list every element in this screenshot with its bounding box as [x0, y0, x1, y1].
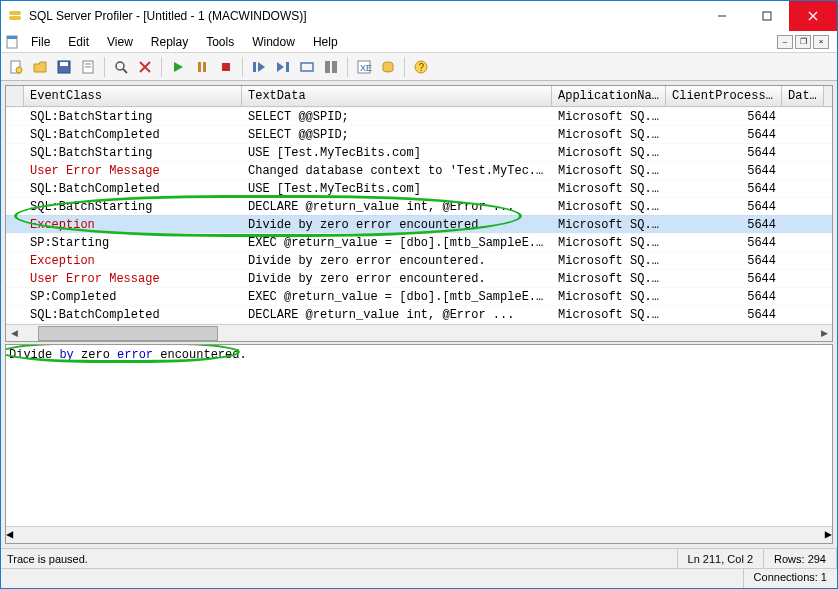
table-row[interactable]: User Error MessageDivide by zero error e…: [6, 269, 832, 287]
help-button[interactable]: ?: [410, 56, 432, 78]
cell-eventclass: Exception: [24, 218, 242, 232]
cell-appname: Microsoft SQ...: [552, 200, 666, 214]
extract-events-button[interactable]: XE: [353, 56, 375, 78]
svg-rect-3: [763, 12, 771, 20]
maximize-button[interactable]: [744, 1, 789, 31]
table-row[interactable]: ExceptionDivide by zero error encountere…: [6, 251, 832, 269]
svg-point-9: [16, 67, 22, 73]
table-row[interactable]: SP:CompletedEXEC @return_value = [dbo].[…: [6, 287, 832, 305]
minimize-button[interactable]: [699, 1, 744, 31]
cell-appname: Microsoft SQ...: [552, 146, 666, 160]
menu-help[interactable]: Help: [305, 33, 346, 51]
menu-edit[interactable]: Edit: [60, 33, 97, 51]
table-row[interactable]: SQL:BatchCompletedSELECT @@SPID;Microsof…: [6, 125, 832, 143]
stop-button[interactable]: [215, 56, 237, 78]
cell-eventclass: SQL:BatchStarting: [24, 200, 242, 214]
table-row[interactable]: SQL:BatchCompletedUSE [Test.MyTecBits.co…: [6, 179, 832, 197]
table-row[interactable]: SQL:BatchStartingSELECT @@SPID;Microsoft…: [6, 107, 832, 125]
cell-pid: 5644: [666, 128, 782, 142]
cell-eventclass: SQL:BatchCompleted: [24, 128, 242, 142]
svg-marker-25: [277, 62, 284, 72]
grid-hscrollbar[interactable]: ◀ ▶: [6, 324, 832, 341]
grid-body[interactable]: SQL:BatchStartingSELECT @@SPID;Microsoft…: [6, 107, 832, 324]
cell-pid: 5644: [666, 236, 782, 250]
close-button[interactable]: [789, 1, 837, 31]
cell-pid: 5644: [666, 308, 782, 322]
new-trace-button[interactable]: [5, 56, 27, 78]
workspace: EventClass TextData ApplicationName Clie…: [1, 81, 837, 548]
trace-grid[interactable]: EventClass TextData ApplicationName Clie…: [5, 85, 833, 342]
cell-eventclass: SP:Completed: [24, 290, 242, 304]
menu-view[interactable]: View: [99, 33, 141, 51]
properties-button[interactable]: [77, 56, 99, 78]
scroll-right-icon[interactable]: ▶: [816, 325, 832, 341]
svg-rect-28: [325, 61, 330, 73]
cell-textdata: SELECT @@SPID;: [242, 128, 552, 142]
table-row[interactable]: SQL:BatchStarting DECLARE @return_value …: [6, 197, 832, 215]
menu-replay[interactable]: Replay: [143, 33, 196, 51]
svg-rect-23: [253, 62, 256, 72]
svg-text:XE: XE: [360, 63, 372, 73]
col-textdata[interactable]: TextData: [242, 86, 552, 106]
event-detail-pane[interactable]: Divide by zero error encountered. ◀ ▶: [5, 344, 833, 544]
run-to-cursor-button[interactable]: [272, 56, 294, 78]
breakpoint-button[interactable]: [296, 56, 318, 78]
app-icon: [7, 8, 23, 24]
status-connections: Connections: 1: [743, 569, 837, 588]
window-controls: [699, 1, 837, 31]
detail-hscrollbar[interactable]: ◀ ▶: [6, 526, 832, 543]
cell-eventclass: Exception: [24, 254, 242, 268]
cell-appname: Microsoft SQ...: [552, 128, 666, 142]
cell-textdata: Divide by zero error encountered.: [242, 254, 552, 268]
cell-appname: Microsoft SQ...: [552, 236, 666, 250]
scroll-thumb[interactable]: [38, 326, 218, 341]
col-database[interactable]: Datab: [782, 86, 824, 106]
cell-pid: 5644: [666, 182, 782, 196]
table-row[interactable]: ExceptionDivide by zero error encountere…: [6, 215, 832, 233]
mdi-doc-icon: [5, 35, 21, 49]
svg-marker-19: [174, 62, 183, 72]
run-button[interactable]: [167, 56, 189, 78]
cell-eventclass: SQL:BatchCompleted: [24, 182, 242, 196]
table-row[interactable]: SQL:BatchCompleted DECLARE @return_value…: [6, 305, 832, 323]
detail-scroll-right-icon[interactable]: ▶: [825, 527, 832, 543]
cell-pid: 5644: [666, 218, 782, 232]
pause-button[interactable]: [191, 56, 213, 78]
open-button[interactable]: [29, 56, 51, 78]
row-selector-header[interactable]: [6, 86, 24, 106]
cell-textdata: Changed database context to 'Test.MyTec.…: [242, 164, 552, 178]
detail-token: by: [59, 348, 73, 362]
cell-appname: Microsoft SQ...: [552, 272, 666, 286]
mdi-minimize-button[interactable]: –: [777, 35, 793, 49]
scroll-left-icon[interactable]: ◀: [6, 325, 22, 341]
database-tuning-button[interactable]: [377, 56, 399, 78]
toggle-bookmark-button[interactable]: [320, 56, 342, 78]
menu-window[interactable]: Window: [244, 33, 303, 51]
toolbar: XE ?: [1, 53, 837, 81]
col-appname[interactable]: ApplicationName: [552, 86, 666, 106]
detail-token: zero: [74, 348, 117, 362]
detail-scroll-left-icon[interactable]: ◀: [6, 527, 13, 543]
svg-marker-24: [258, 62, 265, 72]
table-row[interactable]: SP:StartingEXEC @return_value = [dbo].[m…: [6, 233, 832, 251]
clear-trace-button[interactable]: [134, 56, 156, 78]
menu-tools[interactable]: Tools: [198, 33, 242, 51]
col-clientpid[interactable]: ClientProcessID: [666, 86, 782, 106]
table-row[interactable]: SQL:BatchStartingUSE [Test.MyTecBits.com…: [6, 143, 832, 161]
detail-token: Divide: [9, 348, 59, 362]
find-button[interactable]: [110, 56, 132, 78]
svg-rect-1: [9, 16, 21, 20]
connection-bar: Connections: 1: [1, 568, 837, 588]
col-eventclass[interactable]: EventClass: [24, 86, 242, 106]
table-row[interactable]: User Error MessageChanged database conte…: [6, 161, 832, 179]
window-title: SQL Server Profiler - [Untitled - 1 (MAC…: [29, 9, 699, 23]
cell-textdata: SELECT @@SPID;: [242, 110, 552, 124]
save-button[interactable]: [53, 56, 75, 78]
cell-textdata: USE [Test.MyTecBits.com]: [242, 182, 552, 196]
detail-token: encountered.: [153, 348, 247, 362]
cell-eventclass: SP:Starting: [24, 236, 242, 250]
menu-file[interactable]: File: [23, 33, 58, 51]
step-button[interactable]: [248, 56, 270, 78]
mdi-restore-button[interactable]: ❐: [795, 35, 811, 49]
mdi-close-button[interactable]: ×: [813, 35, 829, 49]
